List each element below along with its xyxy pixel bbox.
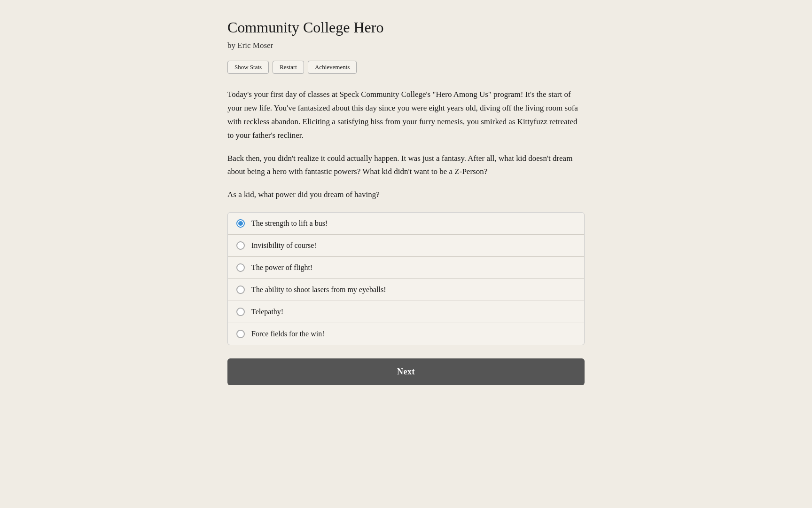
radio-5 [236, 308, 245, 316]
choice-item-3[interactable]: The power of flight! [228, 257, 584, 279]
choice-item-5[interactable]: Telepathy! [228, 301, 584, 323]
radio-2 [236, 241, 245, 250]
radio-3 [236, 263, 245, 272]
question-text: As a kid, what power did you dream of ha… [227, 188, 585, 202]
story-paragraph-2: Back then, you didn't realize it could a… [227, 152, 585, 179]
choices-container: The strength to lift a bus!Invisibility … [227, 212, 585, 345]
choice-label-5: Telepathy! [251, 308, 283, 316]
restart-button[interactable]: Restart [273, 61, 304, 74]
show-stats-button[interactable]: Show Stats [227, 61, 269, 74]
game-title: Community College Hero [227, 19, 585, 36]
choice-item-2[interactable]: Invisibility of course! [228, 235, 584, 257]
radio-1 [236, 219, 245, 228]
game-author: by Eric Moser [227, 41, 585, 50]
choice-label-3: The power of flight! [251, 263, 312, 272]
toolbar: Show Stats Restart Achievements [227, 61, 585, 74]
next-button[interactable]: Next [227, 358, 585, 385]
choice-item-4[interactable]: The ability to shoot lasers from my eyeb… [228, 279, 584, 301]
radio-4 [236, 286, 245, 294]
radio-6 [236, 330, 245, 338]
story-paragraph-1: Today's your first day of classes at Spe… [227, 88, 585, 143]
choice-item-1[interactable]: The strength to lift a bus! [228, 213, 584, 235]
choice-label-6: Force fields for the win! [251, 330, 325, 338]
choice-label-1: The strength to lift a bus! [251, 219, 328, 228]
choice-label-4: The ability to shoot lasers from my eyeb… [251, 286, 386, 294]
choice-item-6[interactable]: Force fields for the win! [228, 323, 584, 345]
page-container: Community College Hero by Eric Moser Sho… [227, 19, 585, 489]
achievements-button[interactable]: Achievements [308, 61, 357, 74]
choice-label-2: Invisibility of course! [251, 241, 317, 250]
